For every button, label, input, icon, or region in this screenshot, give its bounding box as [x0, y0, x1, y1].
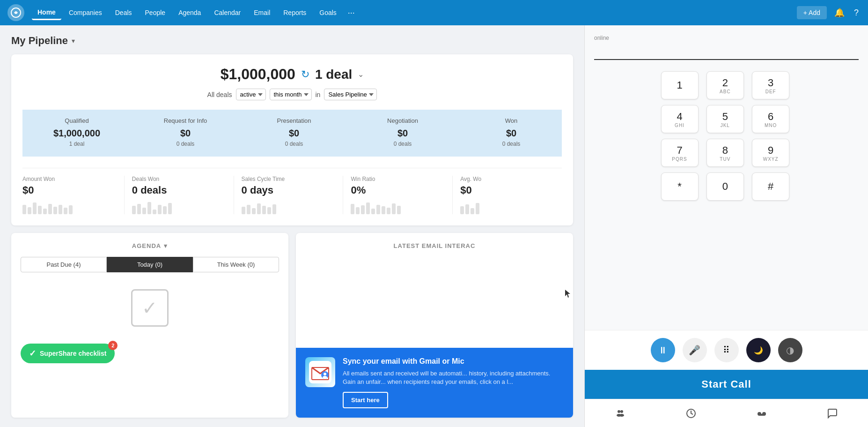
- pipeline-card: $1,000,000 ↻ 1 deal ⌄ All deals active t…: [11, 54, 573, 225]
- phone-nav-messages[interactable]: [797, 399, 868, 427]
- email-promo-start-button[interactable]: Start here: [343, 392, 388, 408]
- active-filter-select[interactable]: active: [236, 89, 266, 100]
- stat-win-ratio-value: 0%: [351, 184, 445, 196]
- bar-41: [460, 206, 464, 214]
- add-button[interactable]: + Add: [797, 6, 827, 19]
- dial-num-0: 0: [722, 180, 728, 193]
- stage-presentation[interactable]: Presentation $0 0 deals: [236, 110, 345, 157]
- svg-rect-13: [759, 414, 764, 416]
- dial-num-2: 2: [722, 77, 728, 89]
- stat-avg-wo-value: $0: [460, 184, 554, 196]
- page-title: My Pipeline: [11, 35, 68, 47]
- phone-nav-contacts[interactable]: [585, 399, 655, 427]
- dial-key-hash[interactable]: #: [752, 172, 789, 201]
- stage-request-info[interactable]: Request for Info $0 0 deals: [127, 110, 236, 157]
- stat-win-ratio-label: Win Ratio: [351, 176, 445, 182]
- dial-key-7[interactable]: 7 PQRS: [661, 139, 699, 167]
- bar-35: [371, 209, 375, 214]
- nav-home[interactable]: Home: [32, 6, 61, 20]
- bar-33: [361, 205, 365, 214]
- dial-key-4[interactable]: 4 GHI: [661, 105, 699, 133]
- dialpad-toggle-button[interactable]: ⠿: [714, 338, 739, 362]
- half-button[interactable]: ◑: [778, 338, 802, 362]
- stat-sales-cycle-value: 0 days: [242, 184, 336, 196]
- stage-presentation-name: Presentation: [249, 117, 339, 124]
- phone-bottom-nav: [585, 399, 868, 427]
- nav-companies[interactable]: Companies: [63, 6, 108, 19]
- supershare-checklist-button[interactable]: ✓ SuperShare checklist 2: [21, 344, 115, 363]
- bar-2: [28, 207, 31, 214]
- phone-nav-recents[interactable]: [655, 399, 726, 427]
- bar-44: [476, 203, 479, 214]
- stage-negotiation[interactable]: Negotiation $0 0 deals: [345, 110, 453, 157]
- deal-count: 1 deal: [315, 67, 352, 82]
- stage-qualified[interactable]: Qualified $1,000,000 1 deal: [22, 110, 127, 157]
- nav-more[interactable]: ···: [344, 6, 359, 20]
- dial-key-2[interactable]: 2 ABC: [706, 71, 744, 99]
- help-icon[interactable]: ?: [852, 6, 861, 20]
- tab-this-week[interactable]: This Week (0): [193, 257, 279, 272]
- stat-amount-won-label: Amount Won: [22, 176, 117, 182]
- dialpad: 1 2 ABC 3 DEF 4 GHI 5 JKL: [661, 71, 792, 201]
- pipeline-dropdown-icon[interactable]: ▾: [72, 37, 75, 45]
- time-filter-select[interactable]: this month: [270, 89, 312, 100]
- nav-people[interactable]: People: [140, 6, 171, 19]
- stage-won-name: Won: [466, 117, 556, 124]
- nav-deals[interactable]: Deals: [110, 6, 138, 19]
- moon-button[interactable]: 🌙: [746, 338, 771, 362]
- nav-agenda[interactable]: Agenda: [173, 6, 206, 19]
- phone-nav-voicemail[interactable]: [727, 399, 797, 427]
- stat-avg-wo-label: Avg. Wo: [460, 176, 554, 182]
- dial-key-star[interactable]: *: [661, 172, 699, 201]
- dial-key-0[interactable]: 0: [706, 172, 744, 201]
- nav-email[interactable]: Email: [248, 6, 276, 19]
- email-promo-text: Sync your email with Gmail or Mic All em…: [343, 357, 564, 408]
- nav-right: + Add 🔔 ?: [797, 6, 861, 20]
- bar-4: [38, 206, 42, 214]
- dial-num-7: 7: [677, 144, 682, 157]
- stage-negotiation-name: Negotiation: [358, 117, 448, 124]
- deal-dropdown-icon[interactable]: ⌄: [358, 70, 364, 79]
- bar-32: [356, 207, 360, 214]
- bar-14: [147, 202, 151, 214]
- nav-goals[interactable]: Goals: [314, 6, 342, 19]
- dial-letters-3: DEF: [765, 89, 776, 94]
- stage-won[interactable]: Won $0 0 deals: [453, 110, 562, 157]
- dial-num-6: 6: [768, 111, 773, 123]
- stat-sales-cycle-label: Sales Cycle Time: [242, 176, 336, 182]
- svg-point-9: [619, 414, 624, 417]
- phone-input-display[interactable]: [594, 45, 859, 60]
- stage-request-amount: $0: [140, 128, 230, 139]
- dial-key-3[interactable]: 3 DEF: [752, 71, 789, 99]
- tab-today[interactable]: Today (0): [107, 257, 193, 272]
- svg-point-4: [324, 373, 326, 375]
- agenda-dropdown-icon[interactable]: ▾: [164, 242, 168, 249]
- stat-sales-cycle-chart: [242, 200, 336, 214]
- app-logo[interactable]: [7, 4, 24, 21]
- dial-key-9[interactable]: 9 WXYZ: [752, 139, 789, 167]
- checklist-badge: 2: [108, 341, 118, 350]
- bell-icon[interactable]: 🔔: [832, 6, 846, 20]
- tab-past-due[interactable]: Past Due (4): [21, 257, 107, 272]
- filter-all-label: All deals: [207, 91, 232, 98]
- pause-button[interactable]: ⏸: [651, 338, 675, 362]
- dial-key-8[interactable]: 8 TUV: [706, 139, 744, 167]
- empty-agenda-area: ✓: [21, 280, 279, 336]
- bar-3: [33, 202, 37, 214]
- nav-calendar[interactable]: Calendar: [208, 6, 246, 19]
- start-call-button[interactable]: Start Call: [585, 370, 868, 399]
- bottom-section: AGENDA ▾ Past Due (4) Today (0) This Wee…: [11, 233, 573, 418]
- mic-button[interactable]: 🎤: [683, 338, 707, 362]
- dial-key-6[interactable]: 6 MNO: [752, 105, 789, 133]
- stage-request-name: Request for Info: [140, 117, 230, 124]
- stat-amount-won-value: $0: [22, 184, 117, 196]
- pipeline-filter-select[interactable]: Sales Pipeline: [324, 89, 377, 100]
- bar-24: [257, 203, 261, 214]
- nav-reports[interactable]: Reports: [278, 6, 312, 19]
- stage-won-amount: $0: [466, 128, 556, 139]
- dial-key-1[interactable]: 1: [661, 71, 699, 99]
- agenda-card: AGENDA ▾ Past Due (4) Today (0) This Wee…: [11, 233, 288, 418]
- stage-qualified-name: Qualified: [32, 117, 122, 124]
- dial-key-5[interactable]: 5 JKL: [706, 105, 744, 133]
- bar-34: [366, 202, 370, 214]
